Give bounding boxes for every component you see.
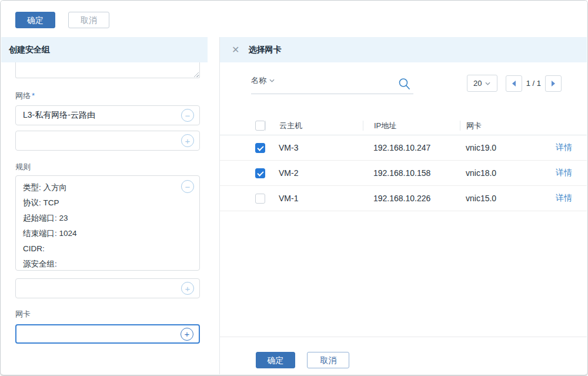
page-size-select[interactable]: 20 — [467, 75, 497, 92]
vm-ip: 192.168.10.158 — [363, 168, 460, 178]
network-label: 网络* — [15, 91, 200, 101]
top-toolbar: 确定 取消 — [1, 1, 587, 37]
required-mark: * — [32, 91, 35, 100]
dialog-confirm-button[interactable]: 确定 — [256, 352, 295, 368]
vm-name: VM-3 — [265, 143, 363, 152]
left-panel-header: 创建安全组 — [1, 37, 208, 62]
rule-card: 类型: 入方向 协议: TCP 起始端口: 23 结束端口: 1024 CIDR… — [15, 175, 200, 271]
add-rule-input[interactable]: + — [15, 278, 200, 298]
page-title: 创建安全组 — [9, 45, 50, 55]
cancel-button[interactable]: 取消 — [68, 12, 109, 28]
column-header-nic: 网卡 — [460, 121, 556, 131]
table-row[interactable]: VM-2 192.168.10.158 vnic18.0 详情 — [220, 161, 587, 186]
network-input[interactable]: L3-私有网络-云路由 − — [15, 105, 200, 125]
search-field-label: 名称 — [251, 75, 266, 86]
rule-type: 类型: 入方向 — [23, 180, 192, 195]
detail-link[interactable]: 详情 — [556, 142, 572, 152]
vm-ip: 192.168.10.247 — [363, 143, 460, 152]
rule-protocol: 协议: TCP — [23, 195, 192, 211]
create-security-group-panel: 创建安全组 网络* L3-私有网络-云路由 − + 规则 类型: 入方向 协议:… — [1, 37, 208, 374]
detail-link[interactable]: 详情 — [556, 193, 572, 202]
confirm-button[interactable]: 确定 — [15, 12, 55, 28]
network-label-text: 网络 — [15, 91, 31, 100]
table-header-row: 云主机 IP地址 网卡 — [220, 116, 587, 135]
vm-name: VM-2 — [265, 168, 363, 178]
search-field-selector[interactable]: 名称 — [251, 75, 275, 86]
table-row[interactable]: VM-1 192.168.10.226 vnic15.0 详情 — [220, 186, 587, 211]
network-input-value: L3-私有网络-云路由 — [23, 110, 95, 121]
nic-table: 云主机 IP地址 网卡 VM-3 192.168.10.247 vnic19.0… — [220, 116, 587, 211]
search-bar: 名称 — [251, 70, 413, 94]
vm-nic: vnic18.0 — [460, 168, 556, 178]
close-icon[interactable]: ✕ — [232, 45, 239, 55]
page-size-value: 20 — [473, 79, 482, 88]
right-panel-header: ✕ 选择网卡 — [220, 37, 587, 62]
remove-network-icon[interactable]: − — [181, 109, 194, 122]
vm-nic: vnic19.0 — [460, 143, 556, 152]
arrow-right-icon — [552, 81, 555, 86]
table-row[interactable]: VM-3 192.168.10.247 vnic19.0 详情 — [220, 135, 587, 161]
add-rule-icon[interactable]: + — [181, 282, 194, 295]
remove-rule-icon[interactable]: − — [181, 180, 194, 193]
add-network-input[interactable]: + — [15, 131, 200, 151]
dialog-cancel-button[interactable]: 取消 — [307, 352, 349, 368]
nic-input[interactable]: + — [15, 324, 200, 344]
search-icon[interactable] — [397, 77, 411, 91]
column-header-ip: IP地址 — [363, 121, 460, 131]
rules-label: 规则 — [15, 162, 200, 172]
arrow-left-icon — [512, 81, 516, 86]
select-nic-panel: ✕ 选择网卡 名称 20 1 / 1 云主机 I — [219, 37, 587, 374]
rule-start-port: 起始端口: 23 — [23, 211, 192, 226]
dialog-frame: 确定 取消 创建安全组 网络* L3-私有网络-云路由 − + 规则 类型: 入… — [0, 0, 588, 375]
column-header-vm: 云主机 — [265, 121, 363, 131]
vm-nic: vnic15.0 — [460, 194, 556, 203]
description-textarea[interactable] — [15, 62, 200, 78]
chevron-down-icon — [269, 79, 275, 82]
nic-label: 网卡 — [15, 309, 200, 319]
select-nic-title: 选择网卡 — [248, 45, 281, 55]
dialog-footer: 确定 取消 — [220, 337, 587, 374]
select-all-checkbox[interactable] — [255, 121, 265, 131]
prev-page-button[interactable] — [506, 75, 522, 92]
add-network-icon[interactable]: + — [181, 134, 194, 147]
row-checkbox[interactable] — [255, 194, 265, 204]
chevron-down-icon — [485, 82, 490, 85]
resize-handle-icon[interactable] — [193, 72, 199, 77]
vm-name: VM-1 — [265, 194, 363, 203]
row-checkbox[interactable] — [255, 168, 265, 178]
rule-cidr: CIDR: — [23, 241, 192, 257]
pagination: 20 1 / 1 — [467, 75, 562, 92]
row-checkbox[interactable] — [255, 143, 265, 153]
detail-link[interactable]: 详情 — [556, 168, 572, 177]
rule-end-port: 结束端口: 1024 — [23, 226, 192, 241]
page-indicator: 1 / 1 — [526, 79, 541, 88]
vm-ip: 192.168.10.226 — [363, 194, 460, 203]
left-panel-form: 网络* L3-私有网络-云路由 − + 规则 类型: 入方向 协议: TCP 起… — [1, 62, 208, 344]
add-nic-icon[interactable]: + — [181, 328, 193, 341]
next-page-button[interactable] — [545, 75, 562, 92]
rule-source-group: 源安全组: — [23, 257, 192, 272]
